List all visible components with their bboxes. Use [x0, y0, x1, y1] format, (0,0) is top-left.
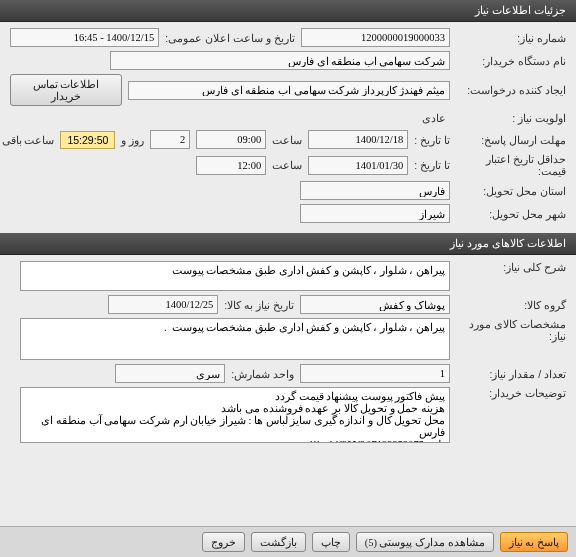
buyer-notes-textarea[interactable]: [20, 387, 450, 443]
group-input[interactable]: [300, 295, 450, 314]
row-priority: اولویت نیاز : عادی: [10, 110, 566, 126]
row-deadline: مهلت ارسال پاسخ: تا تاریخ : ساعت روز و 1…: [10, 130, 566, 149]
priority-value: عادی: [418, 110, 450, 126]
unit-input[interactable]: [115, 364, 225, 383]
respond-button[interactable]: پاسخ به نیاز: [500, 532, 568, 552]
need-date-input[interactable]: [108, 295, 218, 314]
row-buyer: نام دستگاه خریدار:: [10, 51, 566, 70]
validity-date-input[interactable]: [308, 156, 408, 175]
spec-textarea[interactable]: [20, 318, 450, 360]
requester-label: ایجاد کننده درخواست:: [456, 84, 566, 96]
view-attachments-button[interactable]: مشاهده مدارک پیوستی (5): [356, 532, 494, 552]
header1-text: جزئیات اطلاعات نیاز: [475, 4, 566, 16]
time-label-2: ساعت: [272, 159, 302, 171]
spec-label: مشخصات کالای مورد نیاز:: [456, 318, 566, 342]
row-validity: حداقل تاریخ اعتبار قیمت: تا تاریخ : ساعت: [10, 153, 566, 177]
time-label-1: ساعت: [272, 134, 302, 146]
row-spec: مشخصات کالای مورد نیاز:: [10, 318, 566, 360]
province-input[interactable]: [300, 181, 450, 200]
remaining-label: ساعت باقی مانده: [0, 134, 54, 146]
buyer-label: نام دستگاه خریدار:: [456, 55, 566, 67]
city-label: شهر محل تحویل:: [456, 208, 566, 220]
announce-label: تاریخ و ساعت اعلان عمومی:: [165, 32, 295, 44]
desc-label: شرح کلی نیاز:: [456, 261, 566, 273]
need-number-input[interactable]: [301, 28, 450, 47]
row-city: شهر محل تحویل:: [10, 204, 566, 223]
header2-text: اطلاعات کالاهای مورد نیاز: [450, 237, 566, 249]
need-date-label: تاریخ نیاز به کالا:: [224, 299, 294, 311]
buyer-input[interactable]: [110, 51, 450, 70]
group-label: گروه کالا:: [456, 299, 566, 311]
requester-input[interactable]: [128, 81, 450, 100]
province-label: استان محل تحویل:: [456, 185, 566, 197]
details-content: شماره نیاز: تاریخ و ساعت اعلان عمومی: نا…: [0, 22, 576, 233]
row-need-number: شماره نیاز: تاریخ و ساعت اعلان عمومی:: [10, 28, 566, 47]
print-button[interactable]: چاپ: [312, 532, 350, 552]
row-requester: ایجاد کننده درخواست: اطلاعات تماس خریدار: [10, 74, 566, 106]
unit-label: واحد شمارش:: [231, 368, 294, 380]
validity-label: حداقل تاریخ اعتبار قیمت:: [456, 153, 566, 177]
deadline-date-input[interactable]: [308, 130, 408, 149]
contact-buyer-button[interactable]: اطلاعات تماس خریدار: [10, 74, 122, 106]
row-buyer-notes: توضیحات خریدار:: [10, 387, 566, 443]
qty-input[interactable]: [300, 364, 450, 383]
row-province: استان محل تحویل:: [10, 181, 566, 200]
qty-label: تعداد / مقدار نیاز:: [456, 368, 566, 380]
days-count-input[interactable]: [150, 130, 190, 149]
days-and-label: روز و: [121, 134, 144, 146]
city-input[interactable]: [300, 204, 450, 223]
need-number-label: شماره نیاز:: [456, 32, 566, 44]
goods-content: شرح کلی نیاز: گروه کالا: تاریخ نیاز به ک…: [0, 255, 576, 453]
to-date-label-1: تا تاریخ :: [414, 134, 450, 146]
announce-input[interactable]: [10, 28, 159, 47]
deadline-time-input[interactable]: [196, 130, 266, 149]
section-header-goods: اطلاعات کالاهای مورد نیاز: [0, 233, 576, 255]
footer-toolbar: پاسخ به نیاز مشاهده مدارک پیوستی (5) چاپ…: [0, 526, 576, 557]
buyer-notes-label: توضیحات خریدار:: [456, 387, 566, 399]
row-qty: تعداد / مقدار نیاز: واحد شمارش:: [10, 364, 566, 383]
row-desc: شرح کلی نیاز:: [10, 261, 566, 291]
desc-textarea[interactable]: [20, 261, 450, 291]
countdown-timer: 15:29:50: [60, 131, 115, 149]
section-header-details: جزئیات اطلاعات نیاز: [0, 0, 576, 22]
exit-button[interactable]: خروج: [202, 532, 245, 552]
validity-time-input[interactable]: [196, 156, 266, 175]
deadline-label: مهلت ارسال پاسخ:: [456, 134, 566, 146]
back-button[interactable]: بازگشت: [251, 532, 306, 552]
priority-label: اولویت نیاز :: [456, 112, 566, 124]
to-date-label-2: تا تاریخ :: [414, 159, 450, 171]
row-group: گروه کالا: تاریخ نیاز به کالا:: [10, 295, 566, 314]
